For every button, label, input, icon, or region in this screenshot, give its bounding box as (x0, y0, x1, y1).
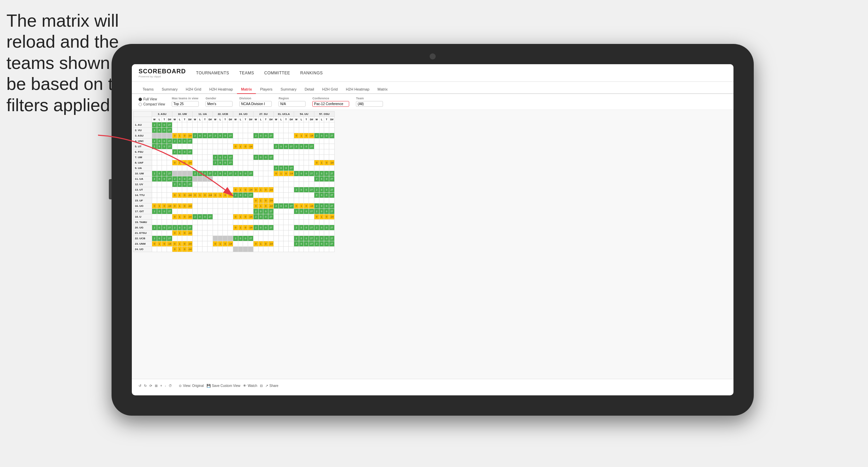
matrix-cell (284, 209, 289, 214)
matrix-cell (279, 182, 284, 187)
tab-detail[interactable]: Detail (300, 85, 318, 94)
matrix-cell: 27 (329, 203, 335, 209)
matrix-cell (228, 182, 233, 187)
matrix-cell (263, 193, 268, 198)
zoom-in-btn[interactable]: + (160, 384, 162, 388)
tab-h2h-heatmap[interactable]: H2H Heatmap (205, 85, 237, 94)
matrix-cell (304, 122, 309, 128)
matrix-cell (167, 155, 172, 160)
undo-btn[interactable]: ↺ (139, 384, 141, 388)
matrix-cell (319, 220, 324, 225)
tab-matrix[interactable]: Matrix (237, 85, 256, 94)
col-header-ucb: 22. UCB (213, 112, 233, 117)
row-label: 20. UG (134, 225, 152, 230)
matrix-cell (157, 149, 162, 155)
team-select[interactable]: (All) (356, 101, 383, 107)
region-select[interactable]: N/A East West (279, 101, 306, 107)
view-original-btn[interactable]: ⊙ View: Original (179, 384, 204, 388)
tab-h2h-heatmap2[interactable]: H2H Heatmap (342, 85, 373, 94)
refresh-btn[interactable]: ⟳ (149, 384, 152, 388)
table-row: 16. UO010-14010-14010-1420027010-1420027 (134, 203, 335, 209)
matrix-cell (172, 209, 177, 214)
matrix-cell (238, 128, 243, 133)
tab-summary[interactable]: Summary (158, 85, 182, 94)
matrix-cell: 0 (324, 193, 329, 198)
nav-committee[interactable]: COMMITTEE (264, 69, 290, 77)
save-custom-btn[interactable]: 💾 Save Custom View (207, 384, 240, 388)
matrix-content[interactable]: 3. ASU 10. UW 11. UA 22. UCB 24. UO 27. … (132, 110, 733, 379)
matrix-cell (182, 220, 187, 225)
nav-tournaments[interactable]: TOURNAMENTS (196, 69, 229, 77)
matrix-cell (284, 214, 289, 220)
matrix-cell: 0 (254, 187, 259, 193)
matrix-cell (208, 176, 213, 182)
layout-btn[interactable]: ⊟ (260, 384, 263, 388)
matrix-cell (213, 214, 218, 220)
matrix-cell: 0 (243, 214, 248, 220)
sub-dif: Dif (167, 117, 172, 122)
tab-h2h-grid[interactable]: H2H Grid (182, 85, 205, 94)
matrix-cell: 0 (157, 171, 162, 176)
compact-view-label: Compact View (143, 102, 165, 106)
row-label: 11. UA (134, 176, 152, 182)
matrix-cell (172, 122, 177, 128)
matrix-cell (223, 122, 228, 128)
matrix-cell: 2 (152, 209, 157, 214)
compact-view-radio[interactable] (139, 103, 142, 106)
zoom-out-btn[interactable]: - (165, 384, 166, 388)
zoom-fit-btn[interactable]: ⊞ (155, 384, 158, 388)
tab-players[interactable]: Players (256, 85, 276, 94)
tab-h2h-grid2[interactable]: H2H Grid (318, 85, 342, 94)
matrix-cell (162, 160, 167, 166)
full-view-radio[interactable] (139, 98, 142, 101)
matrix-cell (193, 149, 198, 155)
matrix-cell: 27 (167, 236, 172, 241)
nav-rankings[interactable]: RANKINGS (300, 69, 323, 77)
tab-teams[interactable]: Teams (139, 85, 158, 94)
matrix-cell (254, 230, 259, 236)
matrix-cell: 27 (289, 203, 294, 209)
matrix-cell (162, 155, 167, 160)
matrix-cell: 1 (299, 203, 304, 209)
gender-select[interactable]: Men's Women's (206, 101, 233, 107)
max-teams-select[interactable]: Top 25 Top 50 All (172, 101, 199, 107)
matrix-cell (202, 149, 208, 155)
matrix-cell (167, 193, 172, 198)
matrix-cell (274, 241, 279, 247)
matrix-cell (284, 220, 289, 225)
matrix-cell (243, 133, 248, 139)
compact-view-option[interactable]: Compact View (139, 102, 165, 106)
bottom-toolbar: ↺ ↻ ⟳ ⊞ + - ⏱ ⊙ View: Original 💾 Save Cu… (132, 379, 733, 392)
matrix-cell: 0 (157, 236, 162, 241)
matrix-cell: 2 (172, 182, 177, 187)
matrix-cell (258, 220, 263, 225)
matrix-cell (202, 122, 208, 128)
sub-w8: W (294, 117, 299, 122)
table-row: 11. UA200272002720027 (134, 176, 335, 182)
full-view-option[interactable]: Full View (139, 97, 165, 101)
nav-teams[interactable]: TEAMS (239, 69, 254, 77)
matrix-cell: 0 (319, 209, 324, 214)
clock-btn[interactable]: ⏱ (169, 384, 172, 388)
matrix-cell: 2 (314, 133, 319, 139)
matrix-cell (254, 193, 259, 198)
matrix-cell: 27 (248, 193, 254, 198)
matrix-cell (263, 122, 268, 128)
matrix-cell: 2 (294, 225, 299, 230)
matrix-cell (228, 225, 233, 230)
matrix-cell: 0 (223, 160, 228, 166)
watch-btn[interactable]: 👁 Watch (243, 384, 257, 388)
matrix-cell (208, 230, 213, 236)
tab-matrix2[interactable]: Matrix (373, 85, 392, 94)
tab-summary2[interactable]: Summary (276, 85, 300, 94)
matrix-cell: 0 (162, 144, 167, 149)
matrix-cell (177, 128, 182, 133)
share-btn[interactable]: ↗ Share (265, 384, 279, 388)
redo-btn[interactable]: ↻ (144, 384, 147, 388)
table-row: 2. VU20027 (134, 128, 335, 133)
matrix-cell: 27 (167, 225, 172, 230)
tablet-side-button (109, 179, 112, 199)
conference-select[interactable]: Pac-12 Conference (All) ACC Big Ten (312, 101, 349, 107)
division-select[interactable]: NCAA Division I NCAA Division II (239, 101, 272, 107)
matrix-cell (299, 155, 304, 160)
